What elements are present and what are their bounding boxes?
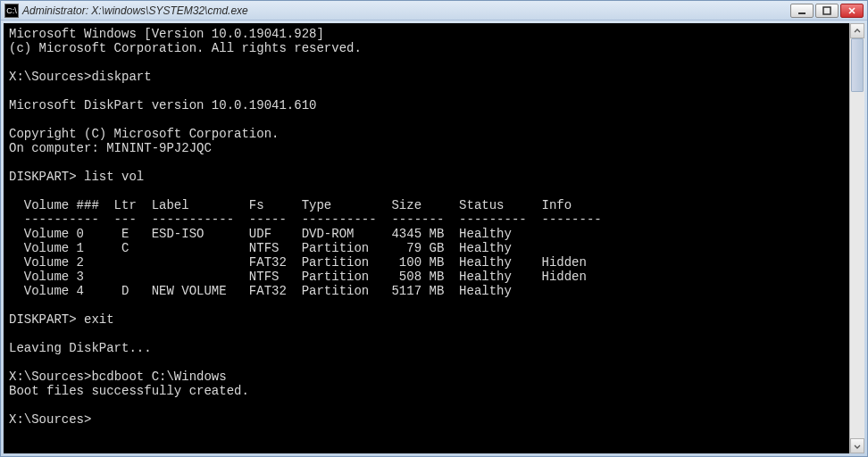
app-icon: C:\ xyxy=(4,4,19,18)
vertical-scrollbar[interactable] xyxy=(849,23,864,453)
scrollbar-track[interactable] xyxy=(850,38,864,438)
prompt: X:\Sources> xyxy=(9,370,91,384)
command-text: exit xyxy=(84,312,114,327)
table-row: Volume 4 D NEW VOLUME FAT32 Partition 51… xyxy=(9,284,512,298)
diskpart-computer: On computer: MININT-9PJ2JQC xyxy=(9,141,212,155)
diskpart-copyright: Copyright (C) Microsoft Corporation. xyxy=(9,127,279,141)
prompt: X:\Sources> xyxy=(9,70,91,84)
leaving-line: Leaving DiskPart... xyxy=(9,341,152,355)
table-separator: ---------- --- ----------- ----- -------… xyxy=(9,212,602,227)
close-icon xyxy=(847,6,856,15)
command-text: list vol xyxy=(84,170,144,184)
table-row: Volume 1 C NTFS Partition 79 GB Healthy xyxy=(9,241,512,255)
svg-rect-0 xyxy=(798,12,805,14)
content-area: Microsoft Windows [Version 10.0.19041.92… xyxy=(1,21,867,456)
diskpart-prompt: DISKPART> xyxy=(9,170,84,184)
chevron-down-icon xyxy=(854,443,861,450)
table-row: Volume 3 NTFS Partition 508 MB Healthy H… xyxy=(9,270,587,284)
command-text: diskpart xyxy=(91,70,151,84)
minimize-button[interactable] xyxy=(790,4,814,18)
chevron-up-icon xyxy=(854,28,861,35)
prompt: X:\Sources> xyxy=(9,412,91,427)
scrollbar-thumb[interactable] xyxy=(851,38,864,92)
table-row: Volume 0 E ESD-ISO UDF DVD-ROM 4345 MB H… xyxy=(9,227,512,241)
terminal-output[interactable]: Microsoft Windows [Version 10.0.19041.92… xyxy=(4,23,849,453)
table-header: Volume ### Ltr Label Fs Type Size Status… xyxy=(9,198,572,212)
scroll-down-button[interactable] xyxy=(850,438,864,453)
diskpart-prompt: DISKPART> xyxy=(9,312,84,327)
window-title: Administrator: X:\windows\SYSTEM32\cmd.e… xyxy=(22,4,790,17)
console-window: C:\ Administrator: X:\windows\SYSTEM32\c… xyxy=(0,0,868,457)
copyright-line: (c) Microsoft Corporation. All rights re… xyxy=(9,41,362,55)
diskpart-version: Microsoft DiskPart version 10.0.19041.61… xyxy=(9,98,316,112)
svg-rect-1 xyxy=(823,7,830,14)
table-row: Volume 2 FAT32 Partition 100 MB Healthy … xyxy=(9,255,587,270)
window-controls xyxy=(790,4,864,18)
scroll-up-button[interactable] xyxy=(850,23,864,38)
minimize-icon xyxy=(797,6,806,15)
boot-result: Boot files successfully created. xyxy=(9,384,249,398)
maximize-button[interactable] xyxy=(815,4,839,18)
titlebar[interactable]: C:\ Administrator: X:\windows\SYSTEM32\c… xyxy=(1,1,867,21)
command-text: bcdboot C:\Windows xyxy=(91,370,226,384)
maximize-icon xyxy=(822,6,831,15)
header-line: Microsoft Windows [Version 10.0.19041.92… xyxy=(9,27,324,41)
close-button[interactable] xyxy=(840,4,864,18)
